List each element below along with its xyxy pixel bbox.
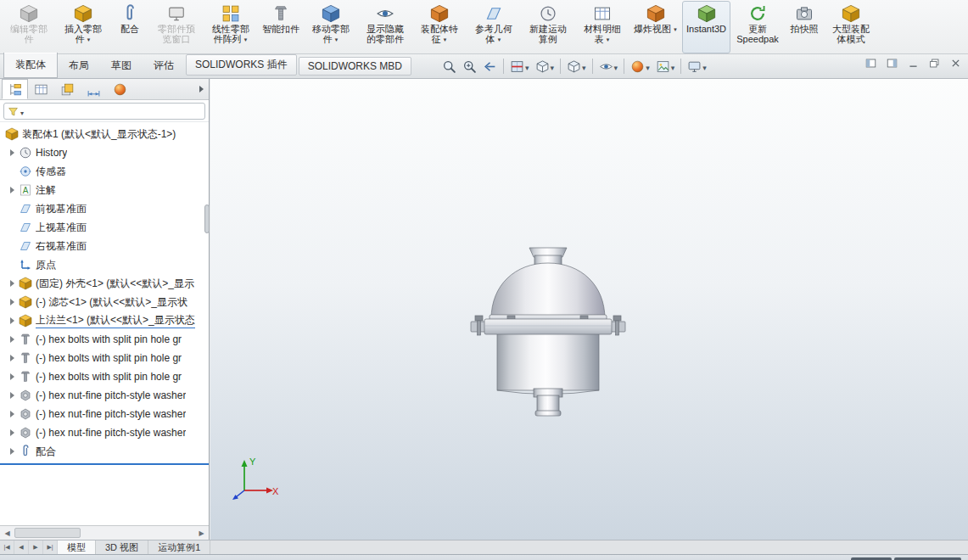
- instant3d-button[interactable]: Instant3D: [682, 1, 730, 53]
- reference-geometry-button[interactable]: 参考几何体: [467, 1, 521, 53]
- previous-view-button[interactable]: [480, 58, 500, 76]
- take-snapshot-button[interactable]: 拍快照: [785, 1, 824, 53]
- last-tab-icon[interactable]: ▶|: [43, 540, 58, 554]
- graphics-area[interactable]: Y X: [210, 79, 968, 540]
- filter-input[interactable]: [25, 104, 201, 118]
- tree-item-history[interactable]: History: [0, 143, 209, 162]
- hide-show-items-icon: [599, 59, 613, 74]
- expand-arrow-icon[interactable]: [7, 187, 18, 193]
- expand-arrow-icon[interactable]: [7, 429, 18, 436]
- linear-component-pattern-button[interactable]: 线性零部件阵列: [204, 1, 258, 53]
- scroll-left-icon[interactable]: ◀: [0, 526, 14, 540]
- view-settings-button[interactable]: [685, 57, 709, 76]
- tree-item-hex-nut-2[interactable]: (-) hex nut-fine pitch-style washer: [0, 405, 209, 423]
- first-tab-icon[interactable]: |◀: [0, 540, 14, 554]
- component-preview-window-button[interactable]: 零部件预览窗口: [149, 1, 204, 53]
- scroll-right-icon[interactable]: ▶: [194, 526, 209, 540]
- tree-item-sensors[interactable]: 传感器: [0, 162, 209, 181]
- mate-button[interactable]: 配合: [110, 1, 149, 53]
- tree-item-top-plane[interactable]: 上视基准面: [0, 218, 209, 237]
- next-tab-icon[interactable]: ▶: [29, 540, 43, 554]
- tab-assembly[interactable]: 装配体: [3, 53, 58, 78]
- tree-item-front-plane[interactable]: 前视基准面: [0, 199, 209, 218]
- tree-item-hex-nut-1[interactable]: (-) hex nut-fine pitch-style washer: [0, 386, 209, 405]
- expand-arrow-icon[interactable]: [7, 299, 18, 305]
- expand-arrow-icon[interactable]: [7, 336, 18, 343]
- hide-show-items-button[interactable]: [596, 57, 621, 76]
- large-assembly-mode-button[interactable]: 大型装配体模式: [824, 1, 878, 53]
- insert-component-button[interactable]: 插入零部件: [56, 1, 110, 53]
- smart-fasteners-button[interactable]: 智能扣件: [258, 1, 304, 53]
- panel-tab-configurations[interactable]: [54, 79, 81, 99]
- tree-item-hex-bolts-2[interactable]: (-) hex bolts with split pin hole gr: [0, 349, 209, 367]
- tree-item-outer-shell[interactable]: (固定) 外壳<1> (默认<<默认>_显示: [0, 274, 209, 293]
- bottomtab-3d-views[interactable]: 3D 视图: [96, 540, 148, 554]
- section-view-button[interactable]: [507, 57, 532, 76]
- minimize-button[interactable]: [904, 56, 921, 70]
- dropdown-arrow-icon: [441, 34, 448, 44]
- tree-item-hex-bolts-1[interactable]: (-) hex bolts with split pin hole gr: [0, 330, 209, 349]
- tab-evaluate[interactable]: 评估: [143, 54, 185, 78]
- view-orientation-button[interactable]: [533, 57, 557, 76]
- restore-button[interactable]: [926, 56, 943, 70]
- panel-horizontal-scrollbar[interactable]: ◀ ▶: [0, 525, 209, 540]
- edit-appearance-button[interactable]: [628, 57, 652, 76]
- toolbar-separator: [592, 59, 593, 74]
- tab-solidworks-addins[interactable]: SOLIDWORKS 插件: [186, 54, 297, 76]
- move-component-button[interactable]: 移动零部件: [304, 1, 358, 53]
- expand-arrow-icon[interactable]: [7, 317, 18, 324]
- tree-item-annotations[interactable]: 注解: [0, 181, 209, 199]
- dropdown-arrow-icon: [670, 59, 675, 74]
- close-button[interactable]: [947, 56, 964, 70]
- new-motion-study-icon: [539, 4, 557, 23]
- dropdown-arrow-icon: [524, 59, 529, 74]
- expand-arrow-icon[interactable]: [7, 149, 18, 156]
- tab-solidworks-mbd[interactable]: SOLIDWORKS MBD: [299, 57, 411, 76]
- pane-right-button[interactable]: [883, 56, 900, 70]
- panel-splitter-grip[interactable]: [204, 204, 210, 233]
- pane-left-icon: [865, 58, 876, 69]
- edit-component-button[interactable]: 编辑零部件: [2, 1, 56, 53]
- tab-layout[interactable]: 布局: [58, 54, 100, 78]
- pane-left-button[interactable]: [862, 56, 879, 70]
- tree-filter-box[interactable]: [3, 103, 205, 120]
- scrollbar-thumb[interactable]: [14, 528, 81, 538]
- expand-arrow-icon[interactable]: [7, 373, 18, 380]
- command-manager-toolbar: 编辑零部件 插入零部件 配合 零部件预览窗口 线性零部件阵列 智能扣件 移动零部…: [0, 0, 968, 54]
- status-units-selector[interactable]: 自定义: [851, 557, 892, 560]
- expand-arrow-icon[interactable]: [7, 280, 18, 287]
- panel-tab-propertymanager[interactable]: [28, 79, 54, 99]
- tab-sketch[interactable]: 草图: [100, 54, 143, 78]
- tree-root-assembly[interactable]: 装配体1 (默认<默认_显示状态-1>): [0, 125, 209, 143]
- tree-item-filter-core[interactable]: (-) 滤芯<1> (默认<<默认>_显示状: [0, 293, 209, 311]
- expand-arrow-icon[interactable]: [7, 411, 18, 417]
- tree-item-right-plane[interactable]: 右视基准面: [0, 237, 209, 255]
- new-motion-study-button[interactable]: 新建运动算例: [521, 1, 575, 53]
- scrollbar-track[interactable]: [81, 526, 194, 540]
- apply-scene-button[interactable]: [653, 57, 678, 76]
- zoom-fit-button[interactable]: [439, 58, 459, 76]
- bottomtab-motion-study-1[interactable]: 运动算例1: [148, 540, 210, 554]
- zoom-area-button[interactable]: [460, 58, 479, 76]
- panel-tab-featuremanager[interactable]: [2, 79, 28, 99]
- panel-flyout-button[interactable]: [193, 79, 209, 99]
- tree-item-hex-nut-3[interactable]: (-) hex nut-fine pitch-style washer: [0, 423, 209, 442]
- exploded-view-button[interactable]: 爆炸视图: [629, 1, 682, 53]
- expand-arrow-icon[interactable]: [7, 355, 18, 361]
- insert-component-icon: [74, 4, 92, 23]
- expand-arrow-icon[interactable]: [7, 448, 18, 455]
- panel-tab-displaymanager[interactable]: [107, 79, 133, 99]
- tree-item-mates[interactable]: 配合: [0, 442, 209, 461]
- bill-of-materials-button[interactable]: 材料明细表: [575, 1, 629, 53]
- tree-item-upper-flange[interactable]: 上法兰<1> (默认<<默认>_显示状态: [0, 311, 209, 330]
- display-style-button[interactable]: [564, 57, 589, 76]
- update-speedpak-button[interactable]: 更新 Speedpak: [730, 1, 785, 53]
- assembly-features-button[interactable]: 装配体特征: [412, 1, 467, 53]
- previous-tab-icon[interactable]: ◀: [14, 540, 29, 554]
- tree-item-origin[interactable]: 原点: [0, 255, 209, 274]
- bottomtab-model[interactable]: 模型: [58, 540, 96, 554]
- show-hidden-components-button[interactable]: 显示隐藏的零部件: [358, 1, 412, 53]
- tree-item-hex-bolts-3[interactable]: (-) hex bolts with split pin hole gr: [0, 367, 209, 386]
- expand-arrow-icon[interactable]: [7, 392, 18, 399]
- panel-tab-dimxpert[interactable]: [81, 79, 107, 99]
